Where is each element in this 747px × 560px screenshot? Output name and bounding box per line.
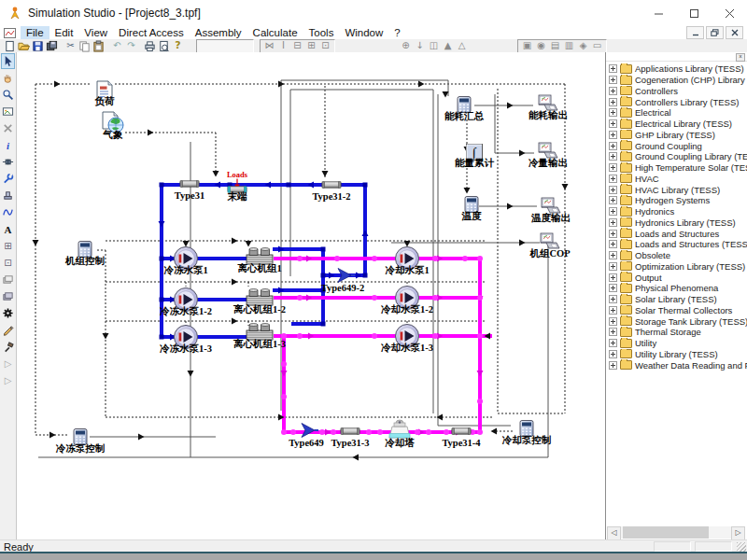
mdi-minimize-button[interactable]	[686, 26, 704, 39]
info-tool-icon[interactable]: i	[1, 137, 15, 153]
energy-sum-component[interactable]: 能耗汇总	[444, 97, 485, 121]
settings-gear-tool-icon[interactable]	[1, 305, 15, 321]
zoom-tool-icon[interactable]	[1, 87, 15, 103]
scroll-left-icon[interactable]: ◁	[607, 526, 621, 540]
palette-item[interactable]: Solar Library (TESS)	[606, 294, 747, 305]
save-all-icon[interactable]	[45, 40, 59, 52]
unit-cop-output-component[interactable]: 机组COP	[529, 233, 571, 259]
run-tool-icon[interactable]: ▷	[1, 356, 15, 371]
frame-icon[interactable]: ▣	[520, 40, 534, 52]
expand-icon[interactable]	[609, 317, 617, 326]
arrange-tool-icon[interactable]	[1, 288, 15, 304]
undo-icon[interactable]: ↶	[110, 40, 124, 52]
diamond-icon[interactable]: ◈	[576, 40, 590, 52]
palette-item[interactable]: Loads and Structures (TESS)	[606, 239, 747, 250]
rows-icon[interactable]: ▤	[548, 40, 562, 52]
expand-icon[interactable]	[609, 218, 617, 227]
screenshot-tool-icon[interactable]	[1, 104, 15, 119]
palette-item[interactable]: Electrical	[606, 107, 747, 119]
chiller-2-component[interactable]: 离心机组1-2	[233, 289, 286, 315]
palette-item[interactable]: High Temperature Solar (TESS)	[606, 162, 747, 174]
layers-tool-icon[interactable]	[1, 272, 15, 287]
collapse-icon[interactable]: ⊟	[290, 40, 304, 52]
chw-pump-3-component[interactable]: 冷冻水泵1-3	[160, 326, 212, 354]
expand-icon[interactable]	[609, 175, 617, 183]
palette-item[interactable]: Physical Phenomena	[606, 283, 747, 294]
columns-icon[interactable]: ▥	[562, 40, 576, 52]
expand-icon[interactable]	[609, 328, 617, 336]
expand-icon[interactable]	[609, 87, 617, 95]
expand-icon[interactable]: ⊞	[304, 40, 318, 52]
maximize-button[interactable]	[676, 0, 712, 26]
palette-item[interactable]: HVAC	[606, 174, 747, 185]
cut-icon[interactable]: ✂	[63, 40, 78, 52]
palette-item[interactable]: GHP Library (TESS)	[606, 130, 747, 141]
palette-item[interactable]: Utility Library (TESS)	[606, 349, 747, 360]
palette-item[interactable]: Thermal Storage	[606, 327, 747, 338]
snap-grid-tool-icon[interactable]: ⊡	[1, 255, 15, 271]
expand-icon[interactable]	[609, 284, 617, 292]
cooling-output-component[interactable]: 冷量输出	[529, 143, 568, 168]
menu-calculate[interactable]: Calculate	[247, 26, 303, 39]
text-tool-icon[interactable]: A	[1, 221, 15, 237]
scroll-thumb[interactable]	[623, 526, 709, 539]
weather-file-component[interactable]: 气象	[103, 112, 124, 140]
menu-?[interactable]: ?	[388, 26, 405, 39]
signal-tool-icon[interactable]	[1, 204, 15, 220]
load-file-component[interactable]: 负荷	[94, 81, 116, 106]
palette-item[interactable]: Output	[606, 272, 747, 283]
expand-icon[interactable]	[609, 295, 617, 303]
fit-vertical-icon[interactable]: Ⅰ	[276, 40, 290, 52]
type649-2-component[interactable]: Type649-2	[321, 269, 364, 294]
project-canvas[interactable]: ∫	[17, 52, 605, 539]
palette-item[interactable]: Cogeneration (CHP) Library (TESS)	[606, 75, 747, 86]
close-button[interactable]	[712, 0, 747, 26]
select-tool-icon[interactable]	[1, 53, 15, 69]
chw-pump-control-component[interactable]: 冷冻泵控制	[56, 429, 106, 454]
expand-icon[interactable]	[609, 163, 617, 172]
palette-item[interactable]: Electrical Library (TESS)	[606, 119, 747, 130]
cw-pump-3-component[interactable]: 冷却水泵1-3	[381, 325, 433, 353]
chiller-1-component[interactable]: 离心机组1	[236, 248, 281, 274]
expand-icon[interactable]	[609, 64, 617, 73]
palette-item[interactable]: HVAC Library (TESS)	[606, 184, 747, 195]
build-tool-icon[interactable]	[1, 339, 15, 355]
mdi-close-button[interactable]	[726, 26, 743, 39]
expand-icon[interactable]	[609, 306, 617, 315]
menu-tools[interactable]: Tools	[303, 26, 340, 39]
expand-icon[interactable]	[609, 196, 617, 204]
menu-assembly[interactable]: Assembly	[190, 26, 247, 39]
menu-window[interactable]: Window	[339, 26, 388, 39]
cw-pump-1-component[interactable]: 冷却水泵1	[385, 247, 429, 275]
temperature-output-component[interactable]: 温度输出	[530, 198, 571, 223]
run-alt-tool-icon[interactable]: ▷	[1, 372, 15, 388]
cw-pump-control-component[interactable]: 冷却泵控制	[502, 421, 552, 445]
chw-pump-2-component[interactable]: 冷冻水泵1-2	[160, 288, 212, 316]
palette-item[interactable]: Hydronics	[606, 206, 747, 217]
pan-tool-icon[interactable]	[1, 70, 15, 86]
split-window-icon[interactable]: ◫	[427, 40, 441, 52]
palette-close-icon[interactable]: x	[736, 53, 745, 62]
palette-item[interactable]: Controllers	[606, 86, 747, 97]
target-icon[interactable]: ◉	[534, 40, 548, 52]
expand-icon[interactable]	[609, 230, 617, 238]
pen-tool-icon[interactable]	[1, 322, 15, 338]
palette-item[interactable]: Optimization Library (TESS)	[606, 261, 747, 273]
menu-edit[interactable]: Edit	[49, 26, 79, 39]
minimize-button[interactable]	[641, 0, 676, 26]
hierarchy-icon[interactable]: ⊕	[399, 40, 413, 52]
expand-icon[interactable]	[609, 186, 617, 194]
palette-item[interactable]: Storage Tank Library (TESS)	[606, 315, 747, 327]
expand-icon[interactable]	[609, 350, 617, 358]
paste-macro-tool-icon[interactable]	[1, 188, 15, 203]
grid-tool-icon[interactable]: ⊞	[1, 238, 15, 254]
expand-icon[interactable]	[609, 152, 617, 161]
type649-component[interactable]: Type649	[289, 424, 324, 449]
terminal-unit-component[interactable]: 末端	[227, 187, 248, 202]
expand-icon[interactable]	[609, 119, 617, 128]
cw-pump-2-component[interactable]: 冷却水泵1-2	[381, 287, 433, 315]
palette-item[interactable]: Solar Thermal Collectors	[606, 305, 747, 316]
unit-control-component[interactable]: 机组控制	[64, 242, 106, 266]
scroll-right-icon[interactable]: ▷	[731, 526, 745, 540]
expand-icon[interactable]	[609, 361, 617, 370]
